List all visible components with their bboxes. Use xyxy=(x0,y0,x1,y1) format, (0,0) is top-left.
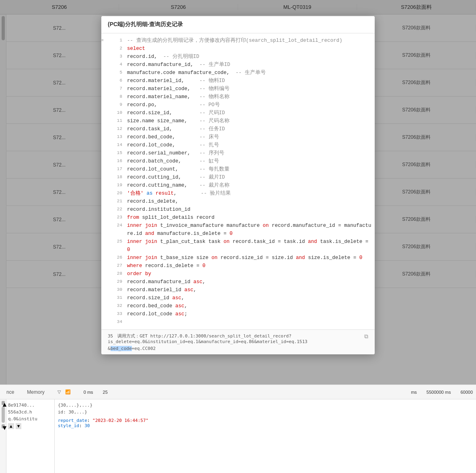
line-content-33: record.lot_code asc; xyxy=(125,310,375,318)
line-num-26: 26 xyxy=(109,254,125,261)
line-content-29: record.manufacture_id asc, xyxy=(125,278,375,286)
scroll-down-btn[interactable]: ▼ xyxy=(16,423,22,429)
line-num-6: 6 xyxy=(109,77,125,84)
line-num-4: 4 xyxy=(109,61,125,68)
line-icon-26 xyxy=(101,254,109,255)
line-num-7: 7 xyxy=(109,85,125,93)
scroll-thumb[interactable] xyxy=(2,407,5,423)
copy-button[interactable]: ⧉ xyxy=(364,333,368,340)
response-item-2: 556a3cd.h xyxy=(8,409,53,415)
code-line-4: 4 record.manufacture_id, -- 生产单ID xyxy=(101,61,375,69)
line-content-20: '合格' as result, -- 验片结果 xyxy=(125,189,375,197)
code-line-32: 32 record.bed_code asc, xyxy=(101,302,375,310)
code-line-1: ≡ 1 -- 查询生成的分扎明细记录，方便修改内容再打印(search_spli… xyxy=(101,37,375,45)
line-num-32: 32 xyxy=(109,302,125,310)
code-line-24: 24 inner join t_invoice_manufacture manu… xyxy=(101,222,375,238)
line-num-29: 29 xyxy=(109,278,125,286)
line-icon-2 xyxy=(101,45,109,45)
code-line-3: 3 record.id, -- 分扎明细ID xyxy=(101,53,375,61)
modal-overlay: (PC端)分扎明细-查询历史记录 ≡ 1 -- 查询生成的分扎明细记录，方便修改… xyxy=(0,0,476,385)
line-icon-8 xyxy=(101,93,109,94)
line-content-6: record.materiel_id, -- 物料ID xyxy=(125,77,375,85)
line-content-30: record.materiel_id asc, xyxy=(125,286,375,294)
scroll-up-btn[interactable]: ▲ xyxy=(8,423,14,429)
code-line-22: 22 record.institution_id xyxy=(101,206,375,214)
line-content-32: record.bed_code asc, xyxy=(125,302,375,310)
line-num-20: 20 xyxy=(109,189,125,197)
modal-body[interactable]: ≡ 1 -- 查询生成的分扎明细记录，方便修改内容再打印(search_spli… xyxy=(101,33,375,329)
line-content-24: inner join t_invoice_manufacture manufac… xyxy=(125,222,375,238)
bottom-tabs: nce Memory ▽ 📶 0 ms 25 ms 5500000 ms 600… xyxy=(0,385,476,399)
line-num-9: 9 xyxy=(109,101,125,109)
line-num-2: 2 xyxy=(109,45,125,52)
code-line-33: 33 record.lot_code asc; xyxy=(101,310,375,318)
code-line-28: 28 order by xyxy=(101,270,375,278)
line-content-28: order by xyxy=(125,270,375,278)
line-num-1: 1 xyxy=(109,37,125,44)
line-icon-31 xyxy=(101,294,109,295)
line-content-16: record.batch_code, -- 缸号 xyxy=(125,157,375,165)
line-content-13: record.bed_code, -- 床号 xyxy=(125,133,375,141)
code-line-5: 5 manufacture.code manufacture_code, -- … xyxy=(101,69,375,77)
line-icon-18 xyxy=(101,173,109,174)
line-num-14: 14 xyxy=(109,141,125,149)
code-line-25: 25 inner join t_plan_cut_task task on re… xyxy=(101,238,375,254)
left-scrollbar[interactable]: ▲ ▼ xyxy=(0,399,6,473)
timing-60000: 60000 xyxy=(460,390,473,395)
line-icon-1: ≡ xyxy=(101,37,109,44)
line-num-35-label: 35 xyxy=(108,333,113,339)
code-line-13: 13 record.bed_code, -- 床号 xyxy=(101,133,375,141)
line-num-21: 21 xyxy=(109,197,125,205)
code-line-7: 7 record.materiel_code, -- 物料编号 xyxy=(101,85,375,93)
scroll-down-arrow[interactable]: ▼ xyxy=(2,424,5,428)
code-line-14: 14 record.lot_code, -- 扎号 xyxy=(101,141,375,149)
line-num-33: 33 xyxy=(109,310,125,318)
bottom-left-content: 8e91740... 556a3cd.h q.0&institu ▲ ▼ xyxy=(6,399,55,473)
line-num-8: 8 xyxy=(109,93,125,101)
line-icon-13 xyxy=(101,133,109,134)
code-line-31: 31 record.size_id asc, xyxy=(101,294,375,302)
line-content-4: record.manufacture_id, -- 生产单ID xyxy=(125,61,375,69)
footer-right-2: id: 30,...} xyxy=(58,409,473,415)
line-icon-17 xyxy=(101,165,109,166)
code-line-6: 6 record.materiel_id, -- 物料ID xyxy=(101,77,375,85)
line-icon-29 xyxy=(101,278,109,279)
line-num-15: 15 xyxy=(109,149,125,157)
line-icon-6 xyxy=(101,77,109,78)
key-style-id: style_id xyxy=(58,423,79,428)
tab-memory[interactable]: Memory xyxy=(24,388,47,397)
line-icon-4 xyxy=(101,61,109,62)
bottom-panel: nce Memory ▽ 📶 0 ms 25 ms 5500000 ms 600… xyxy=(0,385,476,473)
timing-25: 25 xyxy=(103,390,108,395)
line-icon-28 xyxy=(101,270,109,271)
line-num-28: 28 xyxy=(109,270,125,278)
code-line-34: 34 xyxy=(101,318,375,326)
code-line-8: 8 record.materiel_name, -- 物料名称 xyxy=(101,93,375,101)
line-num-17: 17 xyxy=(109,165,125,173)
code-block: ≡ 1 -- 查询生成的分扎明细记录，方便修改内容再打印(search_spli… xyxy=(101,33,375,329)
line-content-18: record.cutting_id, -- 裁片ID xyxy=(125,173,375,181)
tab-performance[interactable]: nce xyxy=(3,388,17,397)
bottom-right-content: {30,...},...} id: 30,...} report_date: "… xyxy=(55,399,476,473)
timing-start: 0 ms xyxy=(84,390,93,395)
code-line-17: 17 record.lot_count, -- 每扎数量 xyxy=(101,165,375,173)
line-icon-32 xyxy=(101,302,109,303)
line-num-24: 24 xyxy=(109,222,125,229)
line-num-13: 13 xyxy=(109,133,125,141)
code-line-18: 18 record.cutting_id, -- 裁片ID xyxy=(101,173,375,181)
line-content-14: record.lot_code, -- 扎号 xyxy=(125,141,375,149)
code-line-9: 9 record.po, -- PO号 xyxy=(101,101,375,109)
code-line-21: 21 record.is_delete, xyxy=(101,197,375,206)
scroll-up-arrow[interactable]: ▲ xyxy=(2,401,5,405)
filter-icon[interactable]: ▽ xyxy=(57,389,61,394)
line-icon-21 xyxy=(101,197,109,198)
line-content-19: record.cutting_name, -- 裁片名称 xyxy=(125,181,375,189)
response-item-3: q.0&institu xyxy=(8,416,53,422)
line-icon-20 xyxy=(101,189,109,190)
line-icon-3 xyxy=(101,53,109,53)
line-icon-15 xyxy=(101,149,109,150)
code-line-11: 11 size.name size_name, -- 尺码名称 xyxy=(101,117,375,125)
line-num-22: 22 xyxy=(109,206,125,213)
code-line-12: 12 record.task_id, -- 任务ID xyxy=(101,125,375,133)
line-content-26: inner join t_base_size size on record.si… xyxy=(125,254,375,262)
